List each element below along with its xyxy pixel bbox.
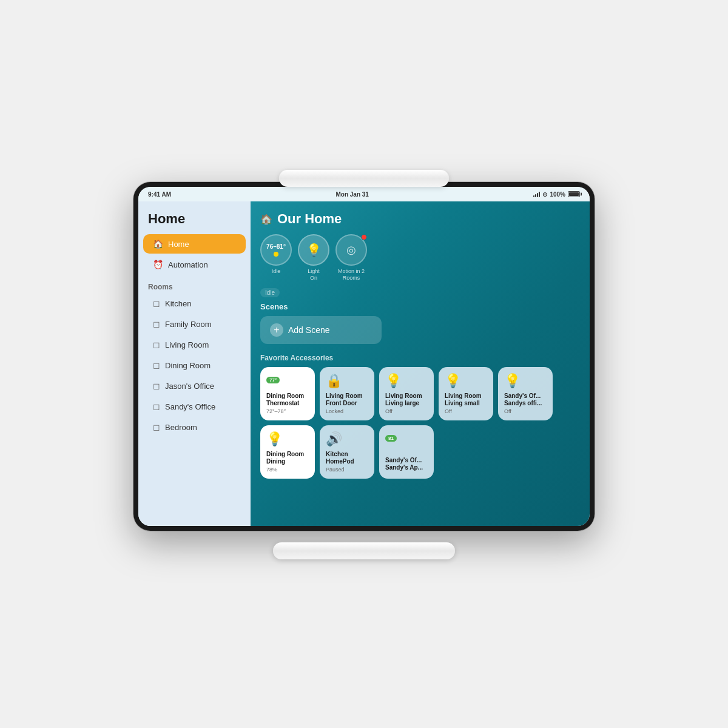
room-label-bedroom: Bedroom	[165, 423, 197, 432]
tile-dining-dining[interactable]: 💡 Dining Room Dining 78%	[260, 425, 315, 479]
sandys-ap-badge: 81	[385, 435, 397, 442]
sandys-office-name: Sandy's Of... Sandys offi...	[504, 393, 547, 407]
apple-pencil-bottom	[273, 542, 455, 559]
dining-bulb-icon: 💡	[266, 431, 309, 447]
sidebar-item-automation[interactable]: ⏰ Automation	[143, 255, 246, 274]
sidebar-item-family-room[interactable]: ◻ Family Room	[143, 314, 246, 334]
scene-container: 9:41 AM Mon Jan 31 ⊙ 100%	[115, 152, 613, 576]
front-door-name: Living Room Front Door	[326, 393, 368, 407]
tile-sandys-office[interactable]: 💡 Sandy's Of... Sandys offi... Off	[498, 367, 553, 420]
room-icon-jason: ◻	[153, 381, 160, 391]
thermostat-badge: 77°	[266, 377, 280, 383]
status-bar: 9:41 AM Mon Jan 31 ⊙ 100%	[138, 187, 590, 201]
sandys-ap-name: Sandy's Of... Sandy's Ap...	[385, 457, 428, 471]
sidebar-item-living-room[interactable]: ◻ Living Room	[143, 335, 246, 354]
battery-icon	[568, 191, 580, 197]
notification-dot	[361, 234, 367, 240]
battery-label: 100%	[550, 191, 565, 198]
motion-icon: ◎	[346, 243, 356, 257]
home-icon: 🏠	[153, 239, 163, 249]
tile-kitchen-homepod[interactable]: 🔊 Kitchen HomePod Paused	[320, 425, 374, 479]
sidebar-item-home[interactable]: 🏠 Home	[143, 234, 246, 254]
room-icon-sandy: ◻	[153, 402, 160, 411]
wifi-icon: ⊙	[542, 191, 547, 198]
room-icon-family: ◻	[153, 319, 160, 329]
dining-dining-status: 78%	[266, 467, 309, 473]
tile-dining-thermostat[interactable]: 77° Dining Room Thermostat 72°–78°	[260, 367, 315, 420]
temp-circle[interactable]: 76–81°	[260, 234, 292, 266]
temp-value: 76–81°	[266, 243, 286, 251]
dining-dining-name: Dining Room Dining	[266, 451, 309, 465]
living-large-status: Off	[385, 408, 428, 414]
room-label-jason: Jason's Office	[165, 382, 214, 391]
room-icon-bedroom: ◻	[153, 422, 160, 432]
apple-pencil-top	[279, 170, 449, 187]
add-scene-button[interactable]: + Add Scene	[260, 316, 382, 344]
signal-icon	[533, 191, 540, 197]
app-content: Home 🏠 Home ⏰ Automation Rooms ◻ Kitchen	[138, 201, 590, 526]
sidebar-item-dining-room[interactable]: ◻ Dining Room	[143, 356, 246, 375]
sidebar-item-bedroom[interactable]: ◻ Bedroom	[143, 417, 246, 437]
room-icon-dining: ◻	[153, 360, 160, 370]
thermostat-name: Dining Room Thermostat	[266, 393, 309, 407]
home-header: 🏠 Our Home	[260, 211, 580, 227]
motion-status-group: ◎ Motion in 2 Rooms	[335, 234, 367, 281]
idle-badge: Idle	[260, 288, 280, 297]
accessories-row-2: 💡 Dining Room Dining 78% 🔊 Kitc	[260, 425, 580, 479]
living-small-name: Living Room Living small	[445, 393, 487, 407]
light-circle[interactable]: 💡	[298, 234, 329, 266]
tile-living-small[interactable]: 💡 Living Room Living small Off	[439, 367, 493, 420]
temp-label: Idle	[272, 268, 281, 275]
lock-icon: 🔒	[326, 373, 368, 389]
living-small-status: Off	[445, 408, 487, 414]
ipad-screen: 9:41 AM Mon Jan 31 ⊙ 100%	[138, 187, 590, 526]
sidebar-title: Home	[138, 211, 251, 234]
rooms-section-label: Rooms	[138, 275, 251, 294]
accessories-row-1: 77° Dining Room Thermostat 72°–78° 🔒	[260, 367, 580, 420]
ipad-frame: 9:41 AM Mon Jan 31 ⊙ 100%	[133, 182, 595, 531]
accessories-grid: 77° Dining Room Thermostat 72°–78° 🔒	[260, 367, 580, 479]
light-status-group: 💡 Light On	[298, 234, 329, 281]
room-icon-living: ◻	[153, 340, 160, 349]
front-door-status: Locked	[326, 408, 368, 414]
light-icon: 💡	[306, 243, 322, 257]
living-large-name: Living Room Living large	[385, 393, 428, 407]
accessories-label: Favorite Accessories	[260, 354, 580, 362]
main-area: 🏠 Our Home 76–81°	[251, 201, 590, 526]
main-home-icon: 🏠	[260, 214, 272, 225]
sidebar-item-jasons-office[interactable]: ◻ Jason's Office	[143, 376, 246, 396]
add-scene-label: Add Scene	[288, 325, 330, 335]
room-label-family: Family Room	[165, 320, 212, 329]
room-label-sandy: Sandy's Office	[165, 402, 215, 411]
sandys-office-icon: 💡	[504, 373, 547, 389]
automation-icon: ⏰	[153, 260, 163, 269]
add-icon: +	[270, 323, 283, 337]
main-title: Our Home	[277, 211, 342, 227]
status-row: 76–81° Idle 💡 Lig	[260, 234, 580, 281]
sandys-office-status: Off	[504, 408, 547, 414]
motion-label: Motion in 2 Rooms	[338, 268, 365, 281]
homepod-status: Paused	[326, 467, 368, 473]
status-time: 9:41 AM	[148, 191, 171, 198]
homepod-name: Kitchen HomePod	[326, 451, 368, 465]
tile-sandys-ap[interactable]: 81 Sandy's Of... Sandy's Ap...	[379, 425, 434, 479]
tile-living-large[interactable]: 💡 Living Room Living large Off	[379, 367, 434, 420]
sidebar-home-label: Home	[168, 240, 189, 249]
sidebar-item-kitchen[interactable]: ◻ Kitchen	[143, 294, 246, 313]
room-label-dining: Dining Room	[165, 361, 211, 370]
light-label: Light On	[308, 268, 320, 281]
room-label-kitchen: Kitchen	[165, 299, 191, 308]
room-icon-kitchen: ◻	[153, 298, 160, 308]
thermostat-status: 72°–78°	[266, 408, 309, 414]
temp-status-group: 76–81° Idle	[260, 234, 292, 275]
homepod-icon: 🔊	[326, 431, 368, 447]
bulb-large-icon: 💡	[385, 373, 428, 389]
status-right: ⊙ 100%	[533, 191, 580, 198]
scenes-label: Scenes	[260, 302, 580, 311]
room-label-living: Living Room	[165, 340, 209, 349]
tile-front-door[interactable]: 🔒 Living Room Front Door Locked	[320, 367, 374, 420]
sidebar-item-sandys-office[interactable]: ◻ Sandy's Office	[143, 397, 246, 416]
bulb-small-icon: 💡	[445, 373, 487, 389]
sidebar: Home 🏠 Home ⏰ Automation Rooms ◻ Kitchen	[138, 201, 251, 526]
motion-circle[interactable]: ◎	[335, 234, 367, 266]
